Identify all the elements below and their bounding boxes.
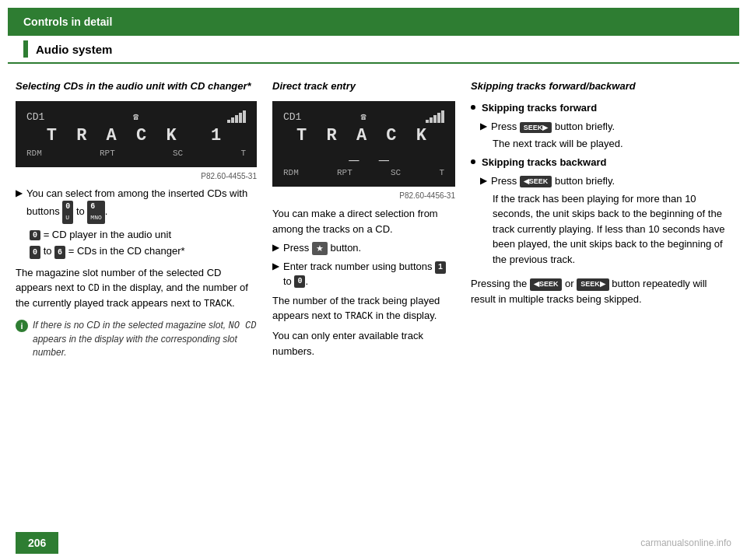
- display2-track: T R A C K _ _: [283, 126, 444, 165]
- watermark: carmanualsonline.info: [640, 537, 731, 548]
- badge-6: 6: [54, 246, 65, 259]
- info-text: If there is no CD in the selected magazi…: [33, 319, 257, 359]
- mid-body-3: You can only enter available track numbe…: [272, 328, 455, 359]
- left-col-title: Selecting CDs in the audio unit with CD …: [16, 79, 257, 93]
- bar5b: [441, 110, 444, 123]
- bar1: [227, 120, 230, 123]
- main-content: Selecting CDs in the audio unit with CD …: [0, 64, 747, 371]
- mono-cd: CD: [88, 283, 99, 294]
- fwd-text-1: Press SEEK▶ button briefly.: [491, 120, 615, 134]
- rdm-label: RDM: [26, 149, 42, 158]
- mono-track-2: TRACK: [345, 311, 373, 322]
- mid-body-1: You can make a direct selection from amo…: [272, 206, 455, 236]
- display1-row3: RDM RPT SC T: [26, 149, 246, 158]
- bwd-sub-bullet-1: ▶ Press ◀SEEK button briefly.: [480, 174, 731, 188]
- bullet-item-1: ▶ You can select from among the inserted…: [16, 187, 257, 224]
- bar2b: [430, 117, 433, 123]
- mid-body-2: The number of the track being played app…: [272, 293, 455, 324]
- badge-line-2: 0 to 6 = CDs in the CD changer*: [30, 243, 257, 259]
- badge-line-1: 0 = CD player in the audio unit: [30, 229, 257, 240]
- seek-fwd-badge-2: SEEK▶: [577, 278, 609, 291]
- badge-6-mno: 6MNO: [87, 201, 104, 224]
- right-footer-text: Pressing the ◀SEEK or SEEK▶ button repea…: [471, 276, 731, 306]
- bar5: [243, 110, 246, 123]
- arrow-1: ▶: [16, 187, 22, 199]
- rpt-label-2: RPT: [337, 168, 352, 177]
- badge-0c: 0: [294, 275, 305, 288]
- right-column: Skipping tracks forward/backward Skippin…: [471, 79, 731, 363]
- left-bullets: ▶ You can select from among the inserted…: [16, 187, 257, 311]
- mono-nocd: NO CD: [228, 320, 256, 331]
- phone-icon: ☎: [133, 111, 139, 123]
- t-label: T: [240, 149, 246, 158]
- right-col-title: Skipping tracks forward/backward: [471, 79, 731, 93]
- bwd-header-item: Skipping tracks backward: [471, 156, 731, 170]
- t-label-2: T: [439, 168, 444, 177]
- fwd-header-item: Skipping tracks forward: [471, 101, 731, 115]
- section-bar: Audio system: [8, 36, 739, 64]
- bullet-text-1: You can select from among the inserted C…: [26, 187, 257, 224]
- seek-bwd-badge-2: ◀SEEK: [530, 278, 563, 291]
- bar1b: [426, 120, 429, 123]
- footer: 206 carmanualsonline.info: [0, 526, 747, 560]
- caption-1: P82.60-4455-31: [16, 172, 257, 180]
- badge-0b: 0: [30, 246, 40, 259]
- chapter-header: Controls in detail: [8, 8, 739, 36]
- signal-bars-2: [426, 110, 444, 123]
- badge-0: 0: [30, 230, 40, 240]
- dot-1: [471, 105, 475, 110]
- display2-row1: CD1 ☎: [283, 110, 444, 123]
- page-number: 206: [16, 532, 58, 554]
- seek-fwd-badge: SEEK▶: [520, 122, 552, 134]
- display1-row1: CD1 ☎: [26, 110, 246, 123]
- bar4b: [437, 113, 440, 123]
- badge-1: 1: [435, 261, 446, 274]
- mid-col-title: Direct track entry: [272, 79, 455, 93]
- arrow-mid-1: ▶: [272, 242, 279, 254]
- signal-bars: [227, 110, 246, 123]
- fwd-label: Skipping tracks forward: [482, 101, 597, 115]
- mid-bullet-text-2: Enter track number using buttons 1 to 0.: [283, 260, 455, 288]
- bar3b: [433, 115, 437, 123]
- info-icon: i: [16, 320, 28, 332]
- bar2: [231, 117, 234, 123]
- bwd-text-1: Press ◀SEEK button briefly.: [491, 174, 615, 188]
- left-column: Selecting CDs in the audio unit with CD …: [16, 79, 257, 363]
- star-button: ★: [312, 242, 328, 255]
- display1-cd-label: CD1: [26, 111, 44, 123]
- bar3: [235, 115, 238, 123]
- rdm-label-2: RDM: [283, 168, 299, 177]
- left-body-para: The magazine slot number of the selected…: [16, 265, 257, 312]
- sc-label-2: SC: [391, 168, 401, 177]
- badge-0-u: 0U: [62, 201, 73, 224]
- mono-track: TRACK: [204, 299, 232, 310]
- mid-bullet-text-1: Press ★ button.: [283, 241, 361, 255]
- info-box: i If there is no CD in the selected maga…: [16, 319, 257, 359]
- display1-track: T R A C K 1: [26, 126, 246, 145]
- dot-2: [471, 159, 475, 164]
- green-accent: [23, 40, 28, 58]
- arrow-fwd-1: ▶: [480, 121, 486, 132]
- caption-2: P82.60-4456-31: [272, 191, 455, 200]
- display2-row3: RDM RPT SC T: [283, 168, 444, 177]
- arrow-bwd-1: ▶: [480, 175, 486, 187]
- bwd-label: Skipping tracks backward: [482, 156, 606, 170]
- seek-bwd-badge: ◀SEEK: [520, 176, 552, 187]
- section-title: Audio system: [36, 43, 112, 56]
- bar4: [239, 113, 242, 123]
- mid-column: Direct track entry CD1 ☎ T R A C K _ _ R…: [272, 79, 455, 363]
- cd-display-1: CD1 ☎ T R A C K 1 RDM RPT SC T: [16, 101, 257, 167]
- arrow-mid-2: ▶: [272, 261, 279, 272]
- sc-label: SC: [173, 149, 183, 158]
- chapter-title: Controls in detail: [23, 16, 112, 28]
- fwd-note: The next track will be played.: [493, 138, 731, 149]
- rpt-label: RPT: [100, 149, 115, 158]
- display2-cd-label: CD1: [283, 111, 301, 123]
- bwd-detail: If the track has been playing for more t…: [493, 191, 731, 268]
- phone-icon-2: ☎: [361, 111, 366, 123]
- fwd-sub-bullet-1: ▶ Press SEEK▶ button briefly.: [480, 120, 731, 134]
- cd-display-2: CD1 ☎ T R A C K _ _ RDM RPT SC T: [272, 101, 455, 187]
- mid-bullet-1: ▶ Press ★ button.: [272, 241, 455, 255]
- mid-bullet-2: ▶ Enter track number using buttons 1 to …: [272, 260, 455, 288]
